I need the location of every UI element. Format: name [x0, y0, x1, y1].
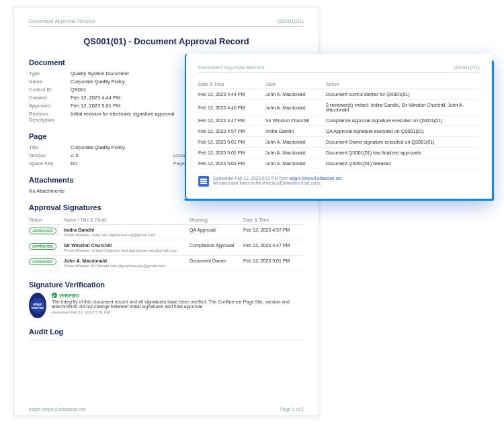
log-h-dt: Date & Time [198, 80, 265, 89]
log-dt: Feb 12, 2023 4:44 PM [198, 89, 265, 100]
k-rev: Revision Description [29, 111, 64, 123]
k-type: Type [29, 70, 64, 77]
sig-dt: Feb 12, 2023 5:01 PM [243, 256, 304, 271]
log-user: John A. Macdonald [265, 89, 326, 100]
k-sk: Space Key [29, 160, 64, 166]
log-user: Sir Winston Churchill [265, 115, 326, 126]
sig-row: APPROVED Sir Winston ChurchillPrime Mini… [29, 240, 304, 256]
log-action: Compliance Approval signature executed o… [326, 115, 480, 126]
k-ctrl: Control ID [29, 87, 64, 93]
sig-h-status: Status [29, 215, 64, 225]
page-2-audit-log: Document Approval Record QS001(01) Date … [186, 54, 492, 199]
verify-assessed: Assessed Feb 12, 2023 5:01 PM [52, 310, 304, 314]
log-row: Feb 12, 2023 5:02 PMJohn A. MacdonaldDoc… [198, 158, 480, 169]
v-ver: v. 5 [71, 152, 167, 158]
sig-mean: Document Owner [190, 256, 243, 271]
verify-text: The integrity of this document record an… [52, 299, 304, 309]
gen-line2: All dates and times in the America/Edmon… [213, 181, 343, 185]
document-icon [198, 176, 209, 187]
accent-stripe [492, 60, 494, 201]
log-dt: Feb 12, 2023 5:01 PM [198, 148, 265, 158]
k-approved: Approved [29, 103, 64, 109]
sig-dt: Feb 12, 2023 4:47 PM [243, 240, 304, 256]
log-dt: Feb 12, 2023 4:45 PM [198, 100, 265, 115]
log-dt: Feb 12, 2023 5:02 PM [198, 158, 265, 169]
approved-badge: APPROVED [29, 258, 56, 265]
k-name: Name [29, 79, 64, 85]
gen-host-link[interactable]: esign-dmprod.atlassian.net [289, 176, 341, 181]
sig-sub: Prime Minister of Canada test.digitalros… [64, 264, 190, 268]
header-ref: QS001(01) [278, 18, 304, 24]
k-ptitle: Title [29, 144, 64, 150]
footer-host: esign-dmprod.atlassian.net [29, 407, 85, 412]
log-row: Feb 12, 2023 4:45 PMJohn A. Macdonald3 r… [198, 100, 480, 115]
sig-row: APPROVED John A. MacdonaldPrime Minister… [29, 256, 304, 271]
signatures-table: Status Name / Title & Email Meaning Date… [29, 215, 304, 271]
log-row: Feb 12, 2023 4:47 PMSir Winston Churchil… [198, 115, 480, 126]
sig-h-dt: Date & Time [243, 215, 304, 225]
log-user: John A. Macdonald [265, 137, 326, 148]
sig-mean: Compliance Approval [190, 240, 243, 256]
log-action: Document control started for QS001(01) [326, 89, 480, 100]
k-created: Created [29, 95, 64, 101]
verified-seal-icon: eSign VERIFIED [29, 293, 46, 318]
log-user: John A. Macdonald [265, 148, 326, 158]
doc-title: QS001(01) - Document Approval Record [29, 36, 304, 46]
sig-h-name: Name / Title & Email [64, 215, 190, 225]
sig-sub: Prime Minister, India test.digitalrose+i… [64, 233, 190, 237]
sig-mean: QA Approval [190, 225, 243, 240]
divider [29, 340, 304, 340]
sig-name: Indira Gandhi [64, 228, 94, 232]
sig-name: Sir Winston Churchill [64, 243, 112, 248]
log-h-action: Action [326, 80, 480, 89]
accent-stripe [184, 199, 494, 201]
log-row: Feb 12, 2023 5:01 PMJohn A. MacdonaldDoc… [198, 148, 480, 158]
sig-dt: Feb 12, 2023 4:57 PM [243, 225, 304, 240]
header-ref: QS001(01) [454, 64, 480, 70]
log-action: Document Owner signature executed on QS0… [326, 137, 480, 148]
log-dt: Feb 12, 2023 4:47 PM [198, 115, 265, 126]
section-verification: Signature Verification [29, 281, 304, 289]
gen-line1a: Generated Feb 12, 2023 5:02 PM from [213, 176, 289, 181]
footer-page: Page 1 of 2 [280, 407, 304, 412]
log-h-user: User [265, 80, 326, 89]
seal-text2: VERIFIED [32, 306, 44, 309]
k-ver: Version [29, 152, 64, 158]
log-action: 3 reviewer(s) invited: Indira Gandhi, Si… [326, 100, 480, 115]
audit-log-table: Date & Time User Action Feb 12, 2023 4:4… [198, 80, 480, 169]
verification-block: eSign VERIFIED VERIFIED The integrity of… [29, 293, 304, 318]
log-action: Document QS001(01) released [326, 158, 480, 169]
approved-badge: APPROVED [29, 243, 56, 250]
header-title: Document Approval Record [29, 18, 95, 24]
sig-sub: Prime Minister, United Kingdom test.digi… [64, 248, 190, 252]
log-user: John A. Macdonald [265, 158, 326, 169]
sig-row: APPROVED Indira GandhiPrime Minister, In… [29, 225, 304, 240]
log-row: Feb 12, 2023 4:57 PMIndira GandhiQA Appr… [198, 126, 480, 137]
page-header: Document Approval Record QS001(01) [198, 64, 480, 73]
log-user: John A. Macdonald [265, 100, 326, 115]
generated-footer: Generated Feb 12, 2023 5:02 PM from esig… [198, 176, 480, 187]
log-row: Feb 12, 2023 5:01 PMJohn A. MacdonaldDoc… [198, 137, 480, 148]
v-sk: DC [71, 160, 167, 166]
sig-name: John A. Macdonald [64, 258, 107, 263]
verified-badge-text: VERIFIED [59, 293, 79, 298]
section-audit: Audit Log [29, 328, 304, 336]
sig-h-meaning: Meaning [190, 215, 243, 225]
section-signatures: Approval Signatures [29, 203, 304, 211]
log-row: Feb 12, 2023 4:44 PMJohn A. MacdonaldDoc… [198, 89, 480, 100]
log-dt: Feb 12, 2023 5:01 PM [198, 137, 265, 148]
approved-badge: APPROVED [29, 228, 56, 234]
log-dt: Feb 12, 2023 4:57 PM [198, 126, 265, 137]
page-header: Document Approval Record QS001(01) [29, 18, 304, 27]
page-footer: esign-dmprod.atlassian.net Page 1 of 2 [29, 407, 304, 412]
log-action: QA Approval signature executed on QS001(… [326, 126, 480, 137]
verified-badge: VERIFIED [52, 293, 304, 298]
log-action: Document QS001(01) has finalized approva… [326, 148, 480, 158]
header-title: Document Approval Record [198, 64, 264, 70]
log-user: Indira Gandhi [265, 126, 326, 137]
